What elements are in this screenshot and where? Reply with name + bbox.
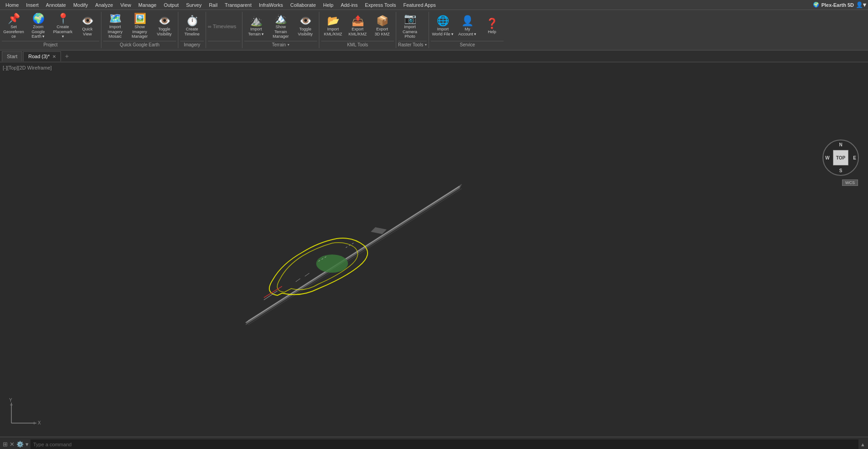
- google-earth-group-label: Quick Google Earth: [103, 41, 176, 48]
- import-kml-button[interactable]: 📂 ImportKML/KMZ: [321, 12, 345, 41]
- menu-output[interactable]: Output: [160, 1, 182, 9]
- import-terrain-button[interactable]: ⛰️ ImportTerrain ▾: [244, 12, 268, 41]
- wcs-button[interactable]: WCS: [842, 180, 858, 186]
- toggle-terrain-visibility-button[interactable]: 👁️ ToggleVisibility: [293, 12, 317, 41]
- help-label: Help: [488, 30, 496, 35]
- help-button[interactable]: ❓ Help: [480, 12, 504, 41]
- set-georeference-button[interactable]: 📌 SetGeoreference: [2, 12, 25, 41]
- cmd-settings-icon[interactable]: ⚙️: [16, 441, 24, 448]
- road-group: [246, 184, 462, 325]
- doc-tab-road3[interactable]: Road (3)* ✕: [23, 51, 61, 61]
- camera-label: ImportCamera Photo: [399, 25, 421, 39]
- menu-infraworks[interactable]: InfraWorks: [255, 1, 287, 9]
- menu-featuredapps[interactable]: Featured Apps: [399, 1, 439, 9]
- import-imagery-mosaic-button[interactable]: 🗺️ Import ImageryMosaic: [103, 12, 127, 41]
- menu-modify[interactable]: Modify: [70, 1, 91, 9]
- compass-top-button[interactable]: TOP: [833, 150, 848, 165]
- svg-point-2: [316, 254, 348, 273]
- viewport-label: [-][Top][2D Wireframe]: [3, 65, 52, 70]
- imagery-manager-label: Show ImageryManager: [129, 25, 151, 39]
- menu-home[interactable]: Home: [2, 1, 22, 9]
- import-camera-photo-button[interactable]: 📷 ImportCamera Photo: [398, 12, 422, 41]
- cmd-icon-1[interactable]: ⊞: [3, 441, 8, 448]
- wcs-label: WCS: [845, 180, 855, 185]
- timeline-label: CreateTimeline: [184, 27, 200, 37]
- menu-manage[interactable]: Manage: [135, 1, 160, 9]
- menu-help[interactable]: Help: [319, 1, 337, 9]
- axis-indicator: Y X: [5, 398, 41, 429]
- menu-insert[interactable]: Insert: [22, 1, 42, 9]
- ribbon-group-service: 🌐 ImportWorld File ▾ 👤 MyAccount ▾ ❓ Hel…: [429, 12, 505, 48]
- raster-text: Raster Tools: [398, 42, 423, 47]
- svg-line-4: [346, 242, 355, 248]
- toggle-visibility-button[interactable]: 👁️ ToggleVisibility: [152, 12, 176, 41]
- export-3d-label: Export3D KMZ: [374, 27, 389, 37]
- toggle-vis-icon: 👁️: [158, 16, 171, 26]
- import-kml-icon: 📂: [327, 16, 339, 26]
- svg-line-0: [246, 186, 459, 323]
- my-account-button[interactable]: 👤 MyAccount ▾: [455, 12, 479, 41]
- import-world-file-button[interactable]: 🌐 ImportWorld File ▾: [431, 12, 454, 41]
- ribbon-group-imagery: ⏱️ CreateTimeline Imagery: [178, 12, 206, 48]
- show-imagery-manager-button[interactable]: 🖼️ Show ImageryManager: [128, 12, 151, 41]
- road-drawing: [0, 62, 868, 449]
- menu-rail[interactable]: Rail: [205, 1, 221, 9]
- menu-addins[interactable]: Add-ins: [337, 1, 361, 9]
- terrain-vis-icon: 👁️: [299, 16, 312, 26]
- new-tab-button[interactable]: ＋: [62, 52, 72, 60]
- terrain-vis-label: ToggleVisibility: [298, 27, 313, 37]
- project-buttons: 📌 SetGeoreference 🌍 ZoomGoogle Earth ▾ 📍…: [2, 12, 99, 41]
- account-label: MyAccount ▾: [458, 27, 476, 37]
- import-terrain-icon: ⛰️: [250, 16, 262, 26]
- doc-tab-start[interactable]: Start: [2, 51, 22, 61]
- google-earth-buttons: 🗺️ Import ImageryMosaic 🖼️ Show ImageryM…: [103, 12, 176, 41]
- zoom-google-earth-button[interactable]: 🌍 ZoomGoogle Earth ▾: [26, 12, 50, 41]
- world-file-label: ImportWorld File ▾: [432, 27, 454, 37]
- menu-collaborate[interactable]: Collaborate: [287, 1, 319, 9]
- start-tab-label: Start: [7, 54, 17, 59]
- app-title: Plex-Earth 5D: [821, 2, 854, 8]
- terrain-manager-label: Show TerrainManager: [270, 25, 292, 39]
- quick-view-button[interactable]: 👁️ QuickView: [76, 12, 99, 41]
- menu-survey[interactable]: Survey: [182, 1, 205, 9]
- terrain-dropdown-arrow[interactable]: ▾: [288, 43, 289, 47]
- service-buttons: 🌐 ImportWorld File ▾ 👤 MyAccount ▾ ❓ Hel…: [431, 12, 504, 41]
- menu-transparent[interactable]: Transparent: [221, 1, 255, 9]
- menu-annotate[interactable]: Annotate: [42, 1, 70, 9]
- export-kml-button[interactable]: 📤 ExportKML/KMZ: [346, 12, 369, 41]
- cmd-list-icon[interactable]: ▾: [25, 441, 29, 448]
- service-group-label: Service: [431, 41, 504, 48]
- menu-expresstools[interactable]: Express Tools: [361, 1, 399, 9]
- compass[interactable]: N S E W TOP: [823, 140, 859, 176]
- georeference-icon: 📌: [8, 14, 20, 24]
- export-kml-label: ExportKML/KMZ: [348, 27, 367, 37]
- kml-buttons: 📂 ImportKML/KMZ 📤 ExportKML/KMZ 📦 Export…: [321, 12, 394, 41]
- zoom-google-earth-icon: 🌍: [32, 14, 45, 24]
- imagery-manager-icon: 🖼️: [134, 14, 146, 24]
- cmd-close-icon[interactable]: ✕: [10, 441, 15, 448]
- create-timeline-button[interactable]: ⏱️ CreateTimeline: [180, 12, 204, 41]
- import-terrain-label: ImportTerrain ▾: [248, 27, 264, 37]
- export-3d-icon: 📦: [376, 16, 389, 26]
- terrain-buttons: ⛰️ ImportTerrain ▾ 🏔️ Show TerrainManage…: [244, 12, 317, 41]
- placemark-icon: 📍: [57, 14, 69, 24]
- georeference-label: SetGeoreference: [3, 25, 25, 39]
- export-3d-kmz-button[interactable]: 📦 Export3D KMZ: [370, 12, 394, 41]
- main-area: [-][Top][2D Wireframe]: [0, 62, 868, 449]
- menu-view[interactable]: View: [116, 1, 135, 9]
- road3-tab-label: Road (3)*: [28, 54, 50, 59]
- raster-dropdown-arrow[interactable]: ▾: [425, 43, 427, 47]
- cmd-arrow-up[interactable]: ▲: [860, 442, 865, 447]
- quick-view-label: QuickView: [82, 27, 92, 37]
- zoom-google-earth-label: ZoomGoogle Earth ▾: [27, 25, 49, 39]
- document-tabs: Start Road (3)* ✕ ＋: [0, 50, 868, 62]
- viewport-area: [-][Top][2D Wireframe]: [0, 62, 868, 449]
- show-terrain-manager-button[interactable]: 🏔️ Show TerrainManager: [269, 12, 293, 41]
- create-placemark-button[interactable]: 📍 CreatePlacemark ▾: [51, 12, 75, 41]
- svg-line-3: [318, 256, 328, 261]
- command-input[interactable]: [30, 439, 858, 449]
- app-brand: 🌍 Plex-Earth 5D 👤▾: [813, 1, 866, 8]
- menu-analyze[interactable]: Analyze: [91, 1, 116, 9]
- compass-south: S: [839, 168, 843, 173]
- doc-tab-close-road3[interactable]: ✕: [52, 54, 56, 59]
